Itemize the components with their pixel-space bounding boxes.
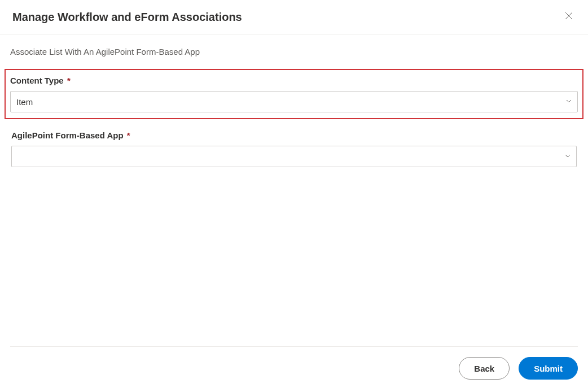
dialog-content: Associate List With An AgilePoint Form-B… xyxy=(0,34,588,168)
content-type-label: Content Type * xyxy=(10,76,578,85)
back-button[interactable]: Back xyxy=(459,357,510,380)
dialog-title: Manage Workflow and eForm Associations xyxy=(12,11,242,24)
close-button[interactable] xyxy=(562,10,576,24)
content-type-field-group: Content Type * Item xyxy=(5,69,583,119)
dialog-footer: Back Submit xyxy=(10,346,578,392)
required-indicator: * xyxy=(67,76,71,85)
content-type-value: Item xyxy=(16,97,33,107)
form-app-field-group: AgilePoint Form-Based App * xyxy=(10,129,578,168)
form-app-select[interactable] xyxy=(11,146,577,167)
close-icon xyxy=(565,12,573,22)
dialog-header: Manage Workflow and eForm Associations xyxy=(0,0,588,34)
content-type-select[interactable]: Item xyxy=(10,91,578,112)
form-app-select-wrapper xyxy=(11,146,577,167)
required-indicator: * xyxy=(127,130,130,140)
submit-button[interactable]: Submit xyxy=(519,357,578,380)
content-type-select-wrapper: Item xyxy=(10,91,578,112)
form-app-label: AgilePoint Form-Based App * xyxy=(11,130,577,140)
subtitle: Associate List With An AgilePoint Form-B… xyxy=(10,47,578,56)
